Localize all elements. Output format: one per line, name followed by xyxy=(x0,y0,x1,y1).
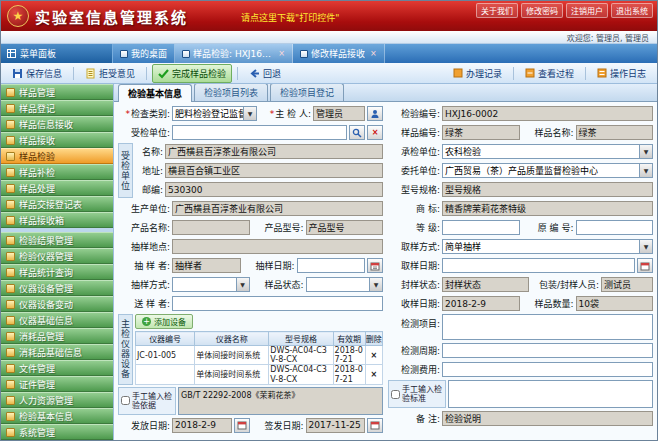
unit-zip-field[interactable]: 530300 xyxy=(165,182,383,197)
original-no-input[interactable] xyxy=(576,220,654,235)
dropdown-arrow-icon[interactable]: ▼ xyxy=(639,240,652,253)
complete-inspection-button[interactable]: 完成样品检验 xyxy=(152,64,232,83)
remark-field[interactable]: 检验说明 xyxy=(442,411,653,426)
tab-modify-sample-receive[interactable]: 修改样品接收 × xyxy=(293,44,385,63)
sign-date-field[interactable]: 2017-11-25 xyxy=(306,418,366,433)
close-tab-icon[interactable]: × xyxy=(278,49,285,58)
close-tab-icon[interactable]: × xyxy=(370,49,377,58)
tab-sample-inspection[interactable]: 样品检验: HXJ16-0002 × xyxy=(175,44,293,63)
view-process-button[interactable]: 查看过程 xyxy=(519,64,580,83)
delete-device-icon[interactable]: × xyxy=(365,365,382,384)
sidebar-item-system-mgmt[interactable]: 系统管理 xyxy=(1,424,113,440)
exit-system-link[interactable]: 退出系统 xyxy=(611,3,653,18)
inspection-standard-field[interactable] xyxy=(448,380,653,408)
take-date-input[interactable] xyxy=(442,258,635,273)
manual-basis-checkbox[interactable] xyxy=(121,396,130,405)
add-device-button[interactable]: +添加设备 xyxy=(135,314,193,329)
sidebar-item-sample-register[interactable]: 样品登记 xyxy=(1,100,113,116)
take-method-select[interactable]: 简单抽样▼ xyxy=(442,239,653,254)
operation-log-button[interactable]: 操作日志 xyxy=(591,64,652,83)
save-button[interactable]: 保存信息 xyxy=(6,64,68,83)
about-link[interactable]: 关于我们 xyxy=(476,3,518,18)
sealer-field[interactable]: 测试员 xyxy=(601,277,653,292)
sample-status-select[interactable]: ▼ xyxy=(306,277,384,292)
test-items-textarea[interactable] xyxy=(442,314,653,340)
logout-user-link[interactable]: 注销用户 xyxy=(566,3,608,18)
grant-date-field[interactable]: 2018-2-9 xyxy=(172,418,232,433)
sampler-field[interactable]: 抽样者 xyxy=(172,258,241,273)
processing-record-button[interactable]: 办理记录 xyxy=(447,64,508,83)
note-icon xyxy=(85,68,96,79)
undertaker-select[interactable]: 农科检验▼ xyxy=(442,144,653,159)
calendar-icon[interactable] xyxy=(234,418,250,433)
reject-opinion-button[interactable]: 拒受意见 xyxy=(79,64,141,83)
search-icon[interactable] xyxy=(349,125,365,140)
delete-device-icon[interactable]: × xyxy=(365,346,382,365)
sidebar-item-inspection-base-info[interactable]: 检验基本信息 xyxy=(1,408,113,424)
unit-name-field[interactable]: 广西横县百淳茶业有限公司 xyxy=(165,144,383,159)
sampling-date-input[interactable] xyxy=(297,258,366,273)
sampling-method-select[interactable]: ▼ xyxy=(172,277,250,292)
product-model-field[interactable]: 产品型号 xyxy=(306,220,384,235)
sidebar-item-sample-info-receive[interactable]: 样品信息接收 xyxy=(1,116,113,132)
sidebar-item-consumables-base-info[interactable]: 消耗品基础信息 xyxy=(1,344,113,360)
report-no-field[interactable]: HXJ16-0002 xyxy=(442,106,653,121)
dropdown-arrow-icon[interactable]: ▼ xyxy=(369,278,382,291)
sidebar-item-certificate-mgmt[interactable]: 证件管理 xyxy=(1,376,113,392)
sidebar-item-file-mgmt[interactable]: 文件管理 xyxy=(1,360,113,376)
tab-my-desktop[interactable]: 我的桌面 xyxy=(113,44,175,63)
unit-addr-field[interactable]: 横县百合镇工业区 xyxy=(165,163,383,178)
unit-search-input[interactable] xyxy=(172,125,347,140)
sample-name-field[interactable]: 绿茶 xyxy=(576,125,654,140)
chief-inspector-field[interactable]: 管理员 xyxy=(313,106,365,121)
sidebar-item-consumables-mgmt[interactable]: 消耗品管理 xyxy=(1,328,113,344)
producer-field[interactable]: 广西横县百淳茶业有限公司 xyxy=(172,201,383,216)
sidebar-item-sample-inspection[interactable]: 样品检验 xyxy=(1,148,113,164)
spec-field[interactable]: 型号规格 xyxy=(442,182,653,197)
dropdown-arrow-icon[interactable]: ▼ xyxy=(236,278,249,291)
dropdown-arrow-icon[interactable]: ▼ xyxy=(639,145,652,158)
tab-basic-info[interactable]: 检验基本信息 xyxy=(118,84,192,102)
sidebar-item-sample-process[interactable]: 样品处理 xyxy=(1,180,113,196)
tab-item-register[interactable]: 检验项目登记 xyxy=(270,84,344,101)
deliverer-input[interactable] xyxy=(172,296,383,311)
grade-input[interactable] xyxy=(442,220,520,235)
sidebar-item-sample-receive[interactable]: 样品接收 xyxy=(1,132,113,148)
select-person-icon[interactable] xyxy=(367,106,383,121)
test-cycle-input[interactable] xyxy=(442,343,653,358)
sidebar-item-receive-box[interactable]: 样品接收箱 xyxy=(1,212,113,228)
tab-item-list[interactable]: 检验项目列表 xyxy=(194,84,268,101)
sampling-place-field[interactable] xyxy=(172,239,383,254)
marquee-download-link[interactable]: 请点这里下载"打印控件" xyxy=(241,11,339,24)
calendar-icon[interactable] xyxy=(637,258,653,273)
brand-field[interactable]: 精香牌茉莉花茶特级 xyxy=(442,201,653,216)
sidebar-item-sample-recheck[interactable]: 样品补检 xyxy=(1,164,113,180)
test-fee-input[interactable] xyxy=(442,362,653,377)
product-name-field[interactable] xyxy=(172,220,250,235)
quantity-field[interactable]: 10袋 xyxy=(576,296,654,311)
dropdown-arrow-icon[interactable]: ▼ xyxy=(639,164,652,177)
client-select[interactable]: 广西贸易（茶）产品质量监督检验中心▼ xyxy=(442,163,653,178)
calendar-icon[interactable] xyxy=(367,418,383,433)
sidebar-item-equipment-mgmt[interactable]: 仪器设备管理 xyxy=(1,280,113,296)
seal-status-field[interactable]: 封样状态 xyxy=(442,277,529,292)
sidebar-item-sample-stats[interactable]: 样品统计查询 xyxy=(1,264,113,280)
menu-panel-title[interactable]: 菜单面板 xyxy=(1,44,113,63)
calendar-icon[interactable] xyxy=(367,258,383,273)
dropdown-arrow-icon[interactable]: ▼ xyxy=(243,107,256,120)
manual-std-checkbox[interactable] xyxy=(391,390,400,399)
change-password-link[interactable]: 修改密码 xyxy=(521,3,563,18)
sidebar-item-hr-mgmt[interactable]: 人力资源管理 xyxy=(1,392,113,408)
sidebar-item-instrument-insp-mgmt[interactable]: 检验仪器管理 xyxy=(1,248,113,264)
inspection-basis-field[interactable]: GB/T 22292-2008《茉莉花茶》 xyxy=(178,387,383,415)
sidebar-item-result-mgmt[interactable]: 检验结果管理 xyxy=(1,232,113,248)
receive-date-field[interactable]: 2018-2-9 xyxy=(442,296,520,311)
sample-no-field[interactable]: 绿茶 xyxy=(442,125,520,140)
rollback-button[interactable]: 回退 xyxy=(243,64,287,83)
sidebar-item-equipment-change[interactable]: 仪器设备变动 xyxy=(1,296,113,312)
clear-icon[interactable]: × xyxy=(367,125,383,140)
category-select[interactable]: 肥料检验登记监督检验▼ xyxy=(172,106,257,121)
sidebar-item-handover-form[interactable]: 样品交接登记表 xyxy=(1,196,113,212)
sidebar-item-sample-mgmt[interactable]: 样品管理 xyxy=(1,84,113,100)
sidebar-item-instrument-base-info[interactable]: 仪器基础信息 xyxy=(1,312,113,328)
